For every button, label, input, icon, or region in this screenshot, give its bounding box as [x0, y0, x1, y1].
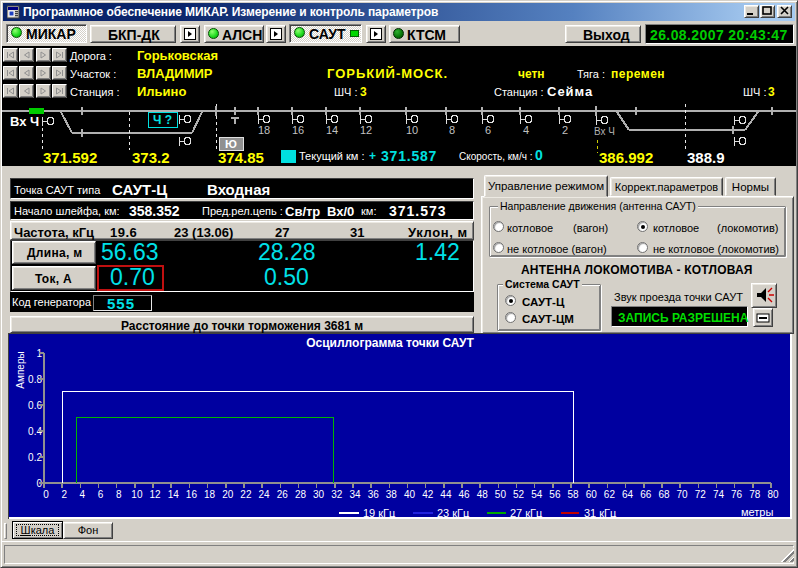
svg-text:16: 16	[292, 124, 304, 136]
svg-text:20: 20	[222, 489, 234, 500]
svg-text:16: 16	[186, 489, 198, 500]
svg-text:0: 0	[43, 489, 49, 500]
svg-text:34: 34	[349, 489, 361, 500]
svg-text:388.9: 388.9	[687, 149, 725, 166]
svg-text:68: 68	[658, 489, 670, 500]
svg-text:12: 12	[150, 489, 162, 500]
svg-text:22: 22	[240, 489, 252, 500]
svg-text:74: 74	[713, 489, 725, 500]
svg-text:2: 2	[61, 489, 67, 500]
svg-text:Вх Ч: Вх Ч	[10, 114, 39, 129]
svg-text:373.2: 373.2	[132, 149, 170, 166]
svg-text:Вх Ч: Вх Ч	[594, 126, 615, 137]
svg-text:42: 42	[422, 489, 434, 500]
svg-text:10: 10	[406, 124, 418, 136]
svg-text:38: 38	[386, 489, 398, 500]
svg-text:30: 30	[313, 489, 325, 500]
svg-text:72: 72	[695, 489, 707, 500]
svg-text:6: 6	[485, 124, 491, 136]
svg-text:26: 26	[277, 489, 289, 500]
svg-text:46: 46	[458, 489, 470, 500]
svg-text:52: 52	[513, 489, 525, 500]
svg-text:12: 12	[360, 124, 372, 136]
svg-text:23 кГц: 23 кГц	[437, 507, 470, 519]
svg-text:76: 76	[731, 489, 743, 500]
svg-text:27 кГц: 27 кГц	[510, 507, 543, 519]
svg-text:40: 40	[404, 489, 416, 500]
svg-text:31 кГц: 31 кГц	[584, 507, 617, 519]
svg-text:44: 44	[440, 489, 452, 500]
svg-text:0: 0	[535, 147, 543, 163]
svg-text:70: 70	[677, 489, 689, 500]
svg-text:Текущий км :: Текущий км :	[299, 150, 365, 162]
svg-text:80: 80	[767, 489, 779, 500]
svg-text:Осциллограмма точки САУТ: Осциллограмма точки САУТ	[306, 336, 474, 350]
svg-text:8: 8	[116, 489, 122, 500]
svg-text:58: 58	[568, 489, 580, 500]
svg-text:56: 56	[549, 489, 561, 500]
svg-text:метры: метры	[741, 506, 773, 518]
svg-text:+: +	[369, 149, 376, 163]
svg-text:60: 60	[586, 489, 598, 500]
svg-text:18: 18	[204, 489, 216, 500]
svg-text:50: 50	[495, 489, 507, 500]
svg-text:64: 64	[622, 489, 634, 500]
svg-text:19 кГц: 19 кГц	[363, 507, 396, 519]
svg-text:32: 32	[331, 489, 343, 500]
svg-text:66: 66	[640, 489, 652, 500]
svg-text:18: 18	[258, 124, 270, 136]
svg-text:386.992: 386.992	[599, 149, 653, 166]
svg-text:48: 48	[477, 489, 489, 500]
svg-text:6: 6	[98, 489, 104, 500]
svg-text:14: 14	[326, 124, 338, 136]
svg-text:8: 8	[449, 124, 455, 136]
svg-text:Амперы: Амперы	[15, 351, 26, 388]
svg-text:54: 54	[531, 489, 543, 500]
svg-text:2: 2	[562, 124, 568, 136]
svg-text:371.587: 371.587	[381, 148, 437, 164]
svg-text:10: 10	[131, 489, 143, 500]
svg-text:24: 24	[259, 489, 271, 500]
svg-text:78: 78	[749, 489, 761, 500]
svg-text:4: 4	[80, 489, 86, 500]
svg-text:371.592: 371.592	[43, 149, 97, 166]
svg-text:62: 62	[604, 489, 616, 500]
svg-text:374.85: 374.85	[218, 149, 264, 166]
svg-text:28: 28	[295, 489, 307, 500]
svg-text:4: 4	[523, 124, 529, 136]
svg-text:Скорость, км/ч :: Скорость, км/ч :	[459, 151, 533, 162]
svg-text:36: 36	[368, 489, 380, 500]
svg-text:Ч ?: Ч ?	[153, 113, 172, 127]
svg-text:14: 14	[168, 489, 180, 500]
